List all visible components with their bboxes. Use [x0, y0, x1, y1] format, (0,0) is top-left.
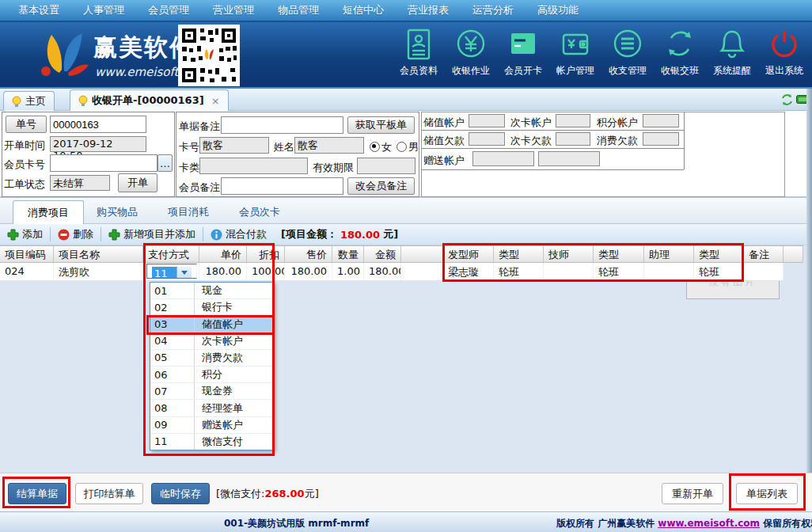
col-assistant[interactable]: 助理 [644, 246, 694, 262]
payment-option-stored-value[interactable]: 03储值帐户 [150, 316, 273, 332]
payment-option-points[interactable]: 06积分 [150, 367, 273, 383]
item-amount-display: [项目金额： 180.00 元] [274, 227, 405, 241]
col-item-name[interactable]: 项目名称 [54, 246, 143, 262]
shift-change-button[interactable]: 收银交班 [654, 27, 706, 78]
shift-refresh-icon [663, 27, 696, 62]
col-technician-type[interactable]: 类型 [594, 246, 644, 262]
mixed-payment-button[interactable]: 混合付款 [203, 227, 274, 241]
get-tablet-order-button[interactable]: 获取平板单 [347, 116, 415, 134]
store-version-label: 001-美颜坊试用版 mrmf-mrmf [224, 517, 369, 530]
col-discount[interactable]: 折扣 [247, 246, 285, 262]
col-quantity[interactable]: 数量 [332, 246, 364, 262]
menu-item-analytics[interactable]: 运营分析 [461, 3, 526, 17]
payment-option-bank-card[interactable]: 02银行卡 [150, 299, 273, 316]
payment-option-wechat-pay[interactable]: 11微信支付 [150, 434, 273, 450]
menu-item-basic-settings[interactable]: 基本设置 [6, 3, 71, 17]
tab-purchase-goods[interactable]: 购买物品 [93, 200, 141, 223]
col-item-code[interactable]: 项目编码 [0, 246, 54, 262]
income-expense-button[interactable]: 收支管理 [601, 27, 654, 78]
ellipsis-icon: … [160, 158, 170, 169]
menu-item-reports[interactable]: 营业报表 [396, 3, 461, 17]
temp-save-button[interactable]: 临时保存 [151, 483, 210, 504]
tab-member-times-card[interactable]: 会员次卡 [236, 200, 283, 223]
tab-consume-items[interactable]: 消费项目 [13, 200, 84, 224]
col-payment-method[interactable]: 支付方式 [143, 246, 199, 262]
payment-combo[interactable]: 11 [146, 264, 197, 279]
print-settlement-button[interactable]: 打印结算单 [75, 483, 143, 504]
gender-male-option[interactable]: 男 [397, 140, 419, 154]
col-remark[interactable]: 备注 [744, 246, 784, 262]
col-technician[interactable]: 技师 [544, 246, 594, 262]
power-icon [768, 27, 801, 62]
col-unit-price[interactable]: 单价 [199, 246, 247, 262]
change-member-remark-button[interactable]: 改会员备注 [347, 177, 415, 195]
add-new-item-button[interactable]: 新增项目并添加 [101, 227, 203, 241]
qr-code [178, 25, 240, 86]
member-profile-button[interactable]: 会员资料 [393, 27, 445, 78]
option-code: 03 [150, 316, 195, 332]
payment-option-cash-coupon[interactable]: 07现金券 [150, 383, 273, 400]
member-remark-input[interactable] [221, 177, 343, 195]
col-stylist-type[interactable]: 类型 [494, 246, 544, 262]
window-edge-scrollbar[interactable] [806, 89, 812, 473]
open-card-label: 会员开卡 [504, 65, 542, 76]
tab-item-consumption[interactable]: 项目消耗 [165, 200, 212, 223]
col-stylist[interactable]: 发型师 [443, 246, 494, 262]
exit-system-button[interactable]: 退出系统 [758, 27, 810, 78]
option-code: 02 [150, 299, 195, 315]
website-link[interactable]: www.emeisoft.com [658, 518, 760, 529]
cashier-work-button[interactable]: 收银作业 [445, 27, 497, 78]
member-profile-label: 会员资料 [400, 65, 438, 76]
menu-item-sms[interactable]: 短信中心 [331, 3, 396, 17]
system-reminder-label: 系统提醒 [713, 65, 751, 76]
menu-item-business[interactable]: 营业管理 [201, 3, 266, 17]
payment-option-cash[interactable]: 01现金 [150, 283, 273, 299]
change-member-remark-label: 改会员备注 [355, 179, 407, 193]
times-card-account-label: 次卡帐户 [510, 116, 552, 130]
cell-assistant [644, 263, 694, 280]
reopen-order-button[interactable]: 重新开单 [662, 483, 723, 504]
open-card-button[interactable]: 会员开卡 [497, 27, 549, 78]
open-order-button[interactable]: 开单 [118, 173, 157, 192]
col-sale-price[interactable]: 售价 [285, 246, 332, 262]
payment-option-times-card[interactable]: 04次卡帐户 [150, 333, 273, 350]
cell-spacer [401, 263, 443, 280]
gender-female-option[interactable]: 女 [370, 140, 392, 154]
add-plus-icon [7, 229, 19, 241]
menu-item-members[interactable]: 会员管理 [136, 3, 201, 17]
payment-option-manager-sign[interactable]: 08经理签单 [150, 400, 273, 416]
menu-item-goods[interactable]: 物品管理 [266, 3, 331, 17]
valid-until-label: 有效期限 [313, 161, 354, 175]
system-reminder-button[interactable]: 系统提醒 [706, 27, 758, 78]
delete-item-button[interactable]: 删除 [51, 227, 101, 241]
customer-name-label: 姓名 [274, 140, 294, 154]
account-mgmt-button[interactable]: 帐户管理 [549, 27, 601, 78]
menu-item-advanced[interactable]: 高级功能 [526, 3, 590, 17]
bill-remark-input[interactable] [221, 116, 343, 134]
order-list-button[interactable]: 单据列表 [736, 483, 798, 504]
payment-option-gift-account[interactable]: 09赠送帐户 [150, 417, 273, 434]
option-name: 积分 [195, 367, 222, 382]
cashier-work-label: 收银作业 [452, 65, 490, 76]
order-no-input[interactable] [50, 116, 146, 133]
accounts-section: 储值帐户 次卡帐户 积分帐户 储值欠款 次卡欠款 消费欠款 赠送帐户 [421, 112, 785, 197]
add-item-button[interactable]: 添加 [0, 227, 50, 241]
payment-option-consume-debt[interactable]: 05消费欠款 [150, 350, 273, 367]
tab-cashier-order-label: 收银开单-[00000163] [92, 93, 204, 108]
tab-cashier-order[interactable]: 收银开单-[00000163] × [70, 89, 229, 111]
brand-logo [38, 30, 89, 79]
settle-order-button[interactable]: 结算单据 [8, 483, 66, 504]
order-no-button[interactable]: 单号 [6, 116, 47, 133]
valid-until-value [357, 158, 415, 174]
combo-dropdown-button[interactable] [176, 267, 192, 278]
browse-member-button[interactable]: … [157, 154, 173, 172]
item-table-row[interactable]: 024 洗剪吹 11 180.00 100.00 180.00 1.00 180… [0, 263, 784, 281]
tab-close-icon[interactable]: × [211, 95, 220, 107]
refresh-icon[interactable] [780, 93, 794, 106]
col-amount[interactable]: 金额 [364, 246, 401, 262]
member-card-input[interactable] [50, 154, 157, 172]
tab-home[interactable]: 主页 [3, 91, 55, 111]
col-assistant-type[interactable]: 类型 [694, 246, 744, 262]
menu-item-hr[interactable]: 人事管理 [71, 3, 136, 17]
card-icon [507, 27, 540, 62]
